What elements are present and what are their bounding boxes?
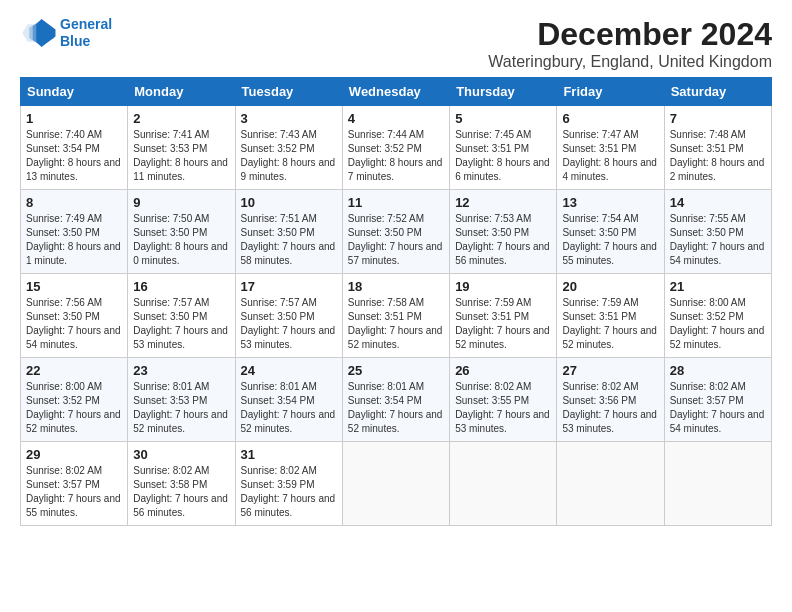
calendar-cell: 13Sunrise: 7:54 AMSunset: 3:50 PMDayligh… xyxy=(557,190,664,274)
calendar-cell: 2Sunrise: 7:41 AMSunset: 3:53 PMDaylight… xyxy=(128,106,235,190)
col-tuesday: Tuesday xyxy=(235,78,342,106)
calendar-cell: 10Sunrise: 7:51 AMSunset: 3:50 PMDayligh… xyxy=(235,190,342,274)
calendar-cell: 23Sunrise: 8:01 AMSunset: 3:53 PMDayligh… xyxy=(128,358,235,442)
day-number: 23 xyxy=(133,363,229,378)
day-number: 25 xyxy=(348,363,444,378)
calendar-week-4: 22Sunrise: 8:00 AMSunset: 3:52 PMDayligh… xyxy=(21,358,772,442)
day-info: Sunrise: 7:59 AMSunset: 3:51 PMDaylight:… xyxy=(455,297,550,350)
day-info: Sunrise: 7:59 AMSunset: 3:51 PMDaylight:… xyxy=(562,297,657,350)
day-number: 1 xyxy=(26,111,122,126)
calendar-cell: 27Sunrise: 8:02 AMSunset: 3:56 PMDayligh… xyxy=(557,358,664,442)
calendar-cell: 16Sunrise: 7:57 AMSunset: 3:50 PMDayligh… xyxy=(128,274,235,358)
calendar-cell: 7Sunrise: 7:48 AMSunset: 3:51 PMDaylight… xyxy=(664,106,771,190)
day-number: 6 xyxy=(562,111,658,126)
calendar-cell: 1Sunrise: 7:40 AMSunset: 3:54 PMDaylight… xyxy=(21,106,128,190)
day-number: 13 xyxy=(562,195,658,210)
logo: General Blue xyxy=(20,16,112,50)
day-info: Sunrise: 7:56 AMSunset: 3:50 PMDaylight:… xyxy=(26,297,121,350)
calendar-cell: 25Sunrise: 8:01 AMSunset: 3:54 PMDayligh… xyxy=(342,358,449,442)
calendar-week-3: 15Sunrise: 7:56 AMSunset: 3:50 PMDayligh… xyxy=(21,274,772,358)
day-info: Sunrise: 7:50 AMSunset: 3:50 PMDaylight:… xyxy=(133,213,228,266)
calendar-cell: 20Sunrise: 7:59 AMSunset: 3:51 PMDayligh… xyxy=(557,274,664,358)
day-info: Sunrise: 8:01 AMSunset: 3:54 PMDaylight:… xyxy=(241,381,336,434)
title-area: December 2024 Wateringbury, England, Uni… xyxy=(488,16,772,71)
day-info: Sunrise: 7:48 AMSunset: 3:51 PMDaylight:… xyxy=(670,129,765,182)
day-info: Sunrise: 7:51 AMSunset: 3:50 PMDaylight:… xyxy=(241,213,336,266)
day-number: 9 xyxy=(133,195,229,210)
day-info: Sunrise: 8:02 AMSunset: 3:56 PMDaylight:… xyxy=(562,381,657,434)
logo-text: General Blue xyxy=(60,16,112,50)
calendar-cell: 9Sunrise: 7:50 AMSunset: 3:50 PMDaylight… xyxy=(128,190,235,274)
col-saturday: Saturday xyxy=(664,78,771,106)
calendar-cell: 4Sunrise: 7:44 AMSunset: 3:52 PMDaylight… xyxy=(342,106,449,190)
day-info: Sunrise: 8:01 AMSunset: 3:54 PMDaylight:… xyxy=(348,381,443,434)
calendar-cell: 28Sunrise: 8:02 AMSunset: 3:57 PMDayligh… xyxy=(664,358,771,442)
day-info: Sunrise: 7:41 AMSunset: 3:53 PMDaylight:… xyxy=(133,129,228,182)
col-thursday: Thursday xyxy=(450,78,557,106)
day-number: 5 xyxy=(455,111,551,126)
day-number: 20 xyxy=(562,279,658,294)
day-number: 7 xyxy=(670,111,766,126)
day-info: Sunrise: 8:02 AMSunset: 3:59 PMDaylight:… xyxy=(241,465,336,518)
day-number: 18 xyxy=(348,279,444,294)
calendar-cell xyxy=(664,442,771,526)
day-number: 29 xyxy=(26,447,122,462)
day-info: Sunrise: 8:02 AMSunset: 3:58 PMDaylight:… xyxy=(133,465,228,518)
col-friday: Friday xyxy=(557,78,664,106)
calendar-cell: 15Sunrise: 7:56 AMSunset: 3:50 PMDayligh… xyxy=(21,274,128,358)
day-info: Sunrise: 7:40 AMSunset: 3:54 PMDaylight:… xyxy=(26,129,121,182)
day-info: Sunrise: 7:45 AMSunset: 3:51 PMDaylight:… xyxy=(455,129,550,182)
calendar-cell: 22Sunrise: 8:00 AMSunset: 3:52 PMDayligh… xyxy=(21,358,128,442)
day-info: Sunrise: 8:01 AMSunset: 3:53 PMDaylight:… xyxy=(133,381,228,434)
day-info: Sunrise: 7:44 AMSunset: 3:52 PMDaylight:… xyxy=(348,129,443,182)
day-number: 15 xyxy=(26,279,122,294)
day-info: Sunrise: 8:02 AMSunset: 3:55 PMDaylight:… xyxy=(455,381,550,434)
calendar-cell xyxy=(342,442,449,526)
day-number: 2 xyxy=(133,111,229,126)
calendar-cell: 5Sunrise: 7:45 AMSunset: 3:51 PMDaylight… xyxy=(450,106,557,190)
calendar-cell xyxy=(557,442,664,526)
day-info: Sunrise: 7:43 AMSunset: 3:52 PMDaylight:… xyxy=(241,129,336,182)
day-number: 27 xyxy=(562,363,658,378)
day-number: 16 xyxy=(133,279,229,294)
day-number: 3 xyxy=(241,111,337,126)
day-number: 17 xyxy=(241,279,337,294)
calendar-cell: 11Sunrise: 7:52 AMSunset: 3:50 PMDayligh… xyxy=(342,190,449,274)
calendar-cell: 14Sunrise: 7:55 AMSunset: 3:50 PMDayligh… xyxy=(664,190,771,274)
day-info: Sunrise: 7:47 AMSunset: 3:51 PMDaylight:… xyxy=(562,129,657,182)
day-number: 12 xyxy=(455,195,551,210)
day-info: Sunrise: 7:55 AMSunset: 3:50 PMDaylight:… xyxy=(670,213,765,266)
subtitle: Wateringbury, England, United Kingdom xyxy=(488,53,772,71)
calendar-cell: 18Sunrise: 7:58 AMSunset: 3:51 PMDayligh… xyxy=(342,274,449,358)
day-number: 26 xyxy=(455,363,551,378)
col-monday: Monday xyxy=(128,78,235,106)
day-number: 30 xyxy=(133,447,229,462)
calendar-cell: 12Sunrise: 7:53 AMSunset: 3:50 PMDayligh… xyxy=(450,190,557,274)
calendar-cell: 30Sunrise: 8:02 AMSunset: 3:58 PMDayligh… xyxy=(128,442,235,526)
calendar-cell: 26Sunrise: 8:02 AMSunset: 3:55 PMDayligh… xyxy=(450,358,557,442)
day-number: 8 xyxy=(26,195,122,210)
header-row: Sunday Monday Tuesday Wednesday Thursday… xyxy=(21,78,772,106)
calendar-week-1: 1Sunrise: 7:40 AMSunset: 3:54 PMDaylight… xyxy=(21,106,772,190)
day-number: 21 xyxy=(670,279,766,294)
calendar-cell: 17Sunrise: 7:57 AMSunset: 3:50 PMDayligh… xyxy=(235,274,342,358)
calendar-cell: 24Sunrise: 8:01 AMSunset: 3:54 PMDayligh… xyxy=(235,358,342,442)
day-info: Sunrise: 7:49 AMSunset: 3:50 PMDaylight:… xyxy=(26,213,121,266)
main-title: December 2024 xyxy=(488,16,772,53)
day-number: 10 xyxy=(241,195,337,210)
logo-icon xyxy=(20,19,56,47)
header: General Blue December 2024 Wateringbury,… xyxy=(20,16,772,71)
day-info: Sunrise: 7:52 AMSunset: 3:50 PMDaylight:… xyxy=(348,213,443,266)
col-wednesday: Wednesday xyxy=(342,78,449,106)
calendar-cell: 6Sunrise: 7:47 AMSunset: 3:51 PMDaylight… xyxy=(557,106,664,190)
day-number: 22 xyxy=(26,363,122,378)
calendar-week-5: 29Sunrise: 8:02 AMSunset: 3:57 PMDayligh… xyxy=(21,442,772,526)
col-sunday: Sunday xyxy=(21,78,128,106)
day-info: Sunrise: 8:00 AMSunset: 3:52 PMDaylight:… xyxy=(26,381,121,434)
day-number: 31 xyxy=(241,447,337,462)
day-info: Sunrise: 8:02 AMSunset: 3:57 PMDaylight:… xyxy=(26,465,121,518)
day-number: 19 xyxy=(455,279,551,294)
day-info: Sunrise: 7:57 AMSunset: 3:50 PMDaylight:… xyxy=(241,297,336,350)
day-info: Sunrise: 8:02 AMSunset: 3:57 PMDaylight:… xyxy=(670,381,765,434)
calendar-cell: 31Sunrise: 8:02 AMSunset: 3:59 PMDayligh… xyxy=(235,442,342,526)
